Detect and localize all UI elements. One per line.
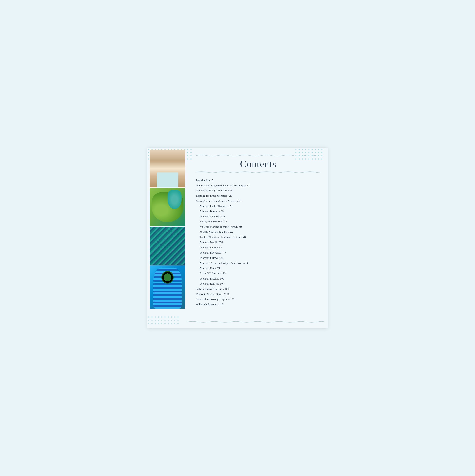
right-panel: Contents Introduction / 5Monster-Knittin…: [187, 148, 328, 328]
toc-item: Monster Booties / 30: [200, 209, 321, 214]
wave-bottom-title: [196, 171, 321, 173]
toc-item: Monster Swings 64: [200, 245, 321, 250]
toc-item: Monster-Knitting Guidelines and Techniqu…: [196, 183, 321, 188]
photo-blanket-child: [150, 227, 185, 265]
toc-list: Introduction / 5Monster-Knitting Guideli…: [196, 178, 321, 307]
photo-monster-booties: [150, 188, 185, 226]
photo-monster-plush: [150, 265, 185, 309]
toc-item: Acknowledgments / 112: [196, 302, 321, 307]
toc-item: Stack O’ Monsters / 93: [200, 271, 321, 276]
toc-item: Monster Chair / 90: [200, 266, 321, 271]
toc-item: Making Your Own Monster Nursery / 21: [196, 199, 321, 204]
toc-item: Monster Tissue and Wipes Box Covers / 86: [200, 261, 321, 266]
toc-item: Snuggly Monster Blankie Friend / 40: [200, 224, 321, 230]
photo-baby-crib: [150, 150, 185, 187]
left-panel: [147, 148, 187, 328]
toc-item: Abbreviations/Glossary / 108: [196, 286, 321, 292]
toc-item: Monster Pocket Sweater / 26: [200, 204, 321, 209]
page-title: Contents: [196, 159, 321, 169]
toc-item: Knitting for Little Monsters / 20: [196, 193, 321, 199]
toc-item: Monster-Making University / 15: [196, 188, 321, 193]
toc-item: Pocket Blankie with Monster Friend / 48: [200, 235, 321, 240]
toc-item: Standard Yarn-Weight System / 111: [196, 297, 321, 302]
wave-top: [196, 154, 321, 157]
page: // Will be generated by JS below Content…: [147, 148, 328, 328]
toc-item: Monster Pillows / 82: [200, 255, 321, 261]
toc-item: Monster Rattles / 104: [200, 281, 321, 286]
toc-item: Monster Blocks / 100: [200, 276, 321, 281]
toc-item: Monster Mobile / 54: [200, 240, 321, 245]
toc-item: Monster Bookends / 77: [200, 250, 321, 255]
toc-item: Monster-Face Hat / 33: [200, 214, 321, 219]
toc-item: Where to Get the Goods / 110: [196, 292, 321, 297]
toc-item: Introduction / 5: [196, 178, 321, 183]
toc-item: Cuddly Monster Blankie / 44: [200, 230, 321, 235]
toc-item: Pointy Monster Hat / 36: [200, 219, 321, 224]
